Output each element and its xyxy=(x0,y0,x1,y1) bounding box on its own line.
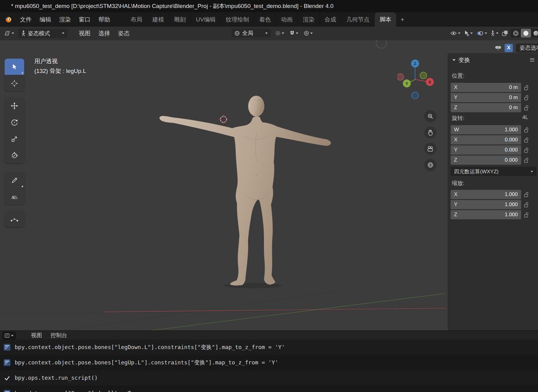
tab-texture-paint[interactable]: 纹理绘制 xyxy=(221,12,254,27)
info-editor-type-dropdown[interactable] xyxy=(2,332,16,340)
sidebar-panel: 变换 位置: X 0 m Y 0 m Z xyxy=(448,53,538,330)
panel-options-icon[interactable] xyxy=(530,57,534,62)
camera-view-button[interactable] xyxy=(424,143,437,155)
gizmos-dropdown[interactable] xyxy=(463,29,474,37)
proportional-editing-toggle[interactable] xyxy=(303,29,314,37)
lock-icon[interactable] xyxy=(524,192,529,198)
menu-edit[interactable]: 编辑 xyxy=(36,12,55,27)
topbar: 文件 编辑 渲染 窗口 帮助 布局 建模 雕刻 UV编辑 纹理绘制 着色 动画 … xyxy=(0,12,538,27)
tool-rotate[interactable] xyxy=(5,114,24,130)
shading-material-button[interactable] xyxy=(531,29,538,37)
report-icon xyxy=(4,359,10,366)
scale-z-field[interactable]: Z 1.000 xyxy=(451,210,521,219)
gizmo-neg-x-ball[interactable] xyxy=(397,74,404,80)
log-row[interactable]: bpy.data.scenes["Scene"].(null) = True xyxy=(0,386,538,392)
rotation-z-field[interactable]: Z 0.000 xyxy=(451,156,521,165)
shading-wireframe-button[interactable] xyxy=(511,29,521,37)
tool-select-box[interactable] xyxy=(5,59,24,75)
tab-shading[interactable]: 着色 xyxy=(254,12,276,27)
tab-uv-editing[interactable]: UV编辑 xyxy=(191,12,221,27)
workspace-tabs: 布局 建模 雕刻 UV编辑 纹理绘制 着色 动画 渲染 合成 几何节点 脚本 + xyxy=(126,12,409,27)
lock-icon[interactable] xyxy=(524,212,529,218)
lock-icon[interactable] xyxy=(524,127,529,133)
tool-cursor[interactable] xyxy=(5,75,24,91)
pose-options-dropdown[interactable]: 姿态选项 xyxy=(516,44,538,52)
log-row[interactable]: bpy.context.object.pose.bones["legUp.L"]… xyxy=(0,355,538,370)
lock-icon[interactable] xyxy=(524,147,529,153)
viewport-menu-select[interactable]: 选择 xyxy=(94,27,114,40)
navigation-gizmo[interactable]: Z X Y xyxy=(397,57,434,100)
tool-move[interactable] xyxy=(5,98,24,114)
location-y-field[interactable]: Y 0 m xyxy=(451,93,521,102)
rotation-label: 旋转: xyxy=(452,114,464,122)
mirror-x-toggle[interactable]: X xyxy=(505,44,513,52)
location-x-field[interactable]: X 0 m xyxy=(451,83,521,92)
gizmo-neg-z-ball[interactable] xyxy=(412,92,418,99)
lock-icon[interactable] xyxy=(524,85,529,90)
pose-display-dropdown[interactable] xyxy=(490,29,499,37)
menu-help[interactable]: 帮助 xyxy=(94,12,114,27)
window-titlebar[interactable]: * mpu6050_test_demo [D:\project\STM32\HA… xyxy=(0,0,538,12)
viewport-menu-pose[interactable]: 姿态 xyxy=(114,27,134,40)
rotation-w-field[interactable]: W 1.000 xyxy=(451,125,521,134)
rotation-y-field[interactable]: Y 0.000 xyxy=(451,145,521,155)
pivot-point-dropdown[interactable] xyxy=(274,29,285,37)
xray-toggle[interactable] xyxy=(501,29,509,37)
tab-animation[interactable]: 动画 xyxy=(276,12,298,27)
rotation-mode-badge[interactable]: 4L xyxy=(522,114,528,121)
location-z-field[interactable]: Z 0 m xyxy=(451,103,521,112)
gizmo-neg-y-ball[interactable] xyxy=(420,72,427,79)
log-row[interactable]: bpy.context.object.pose.bones["legDown.L… xyxy=(0,340,538,355)
lock-icon[interactable] xyxy=(524,157,529,163)
tab-modeling[interactable]: 建模 xyxy=(147,12,169,27)
zoom-button[interactable] xyxy=(424,110,437,122)
tab-geometry-nodes[interactable]: 几何节点 xyxy=(341,12,375,27)
lock-icon[interactable] xyxy=(524,105,529,111)
shading-solid-button[interactable] xyxy=(521,29,531,37)
add-workspace-button[interactable]: + xyxy=(396,12,408,27)
object-visibility-dropdown[interactable] xyxy=(449,29,461,37)
lock-icon[interactable] xyxy=(524,137,529,143)
transform-orientation-dropdown[interactable]: 全局 xyxy=(231,29,271,37)
tool-scale[interactable] xyxy=(5,131,24,147)
rotation-mode-dropdown[interactable]: 四元数运算(WXYZ) xyxy=(451,167,536,176)
snap-toggle[interactable] xyxy=(289,29,299,37)
pivot-point-icon xyxy=(275,31,280,36)
log-row[interactable]: bpy.ops.text.run_script() xyxy=(0,370,538,386)
blender-logo-icon[interactable] xyxy=(4,15,12,23)
menu-render[interactable]: 渲染 xyxy=(55,12,75,27)
pan-button[interactable] xyxy=(424,126,437,139)
lock-icon[interactable] xyxy=(524,202,529,208)
lock-icon[interactable] xyxy=(524,95,529,101)
rotation-x-field[interactable]: X 0.000 xyxy=(451,135,521,144)
info-log: bpy.context.object.pose.bones["legDown.L… xyxy=(0,340,538,392)
tab-rendering[interactable]: 渲染 xyxy=(298,12,319,27)
transform-panel-header[interactable]: 变换 xyxy=(452,56,470,64)
editor-type-dropdown[interactable] xyxy=(3,29,15,37)
tool-transform[interactable] xyxy=(5,147,24,163)
tab-scripting[interactable]: 脚本 xyxy=(375,12,396,27)
menu-window[interactable]: 窗口 xyxy=(75,12,94,27)
human-mesh[interactable] xyxy=(159,96,331,286)
scale-x-field[interactable]: X 1.000 xyxy=(451,190,521,199)
orientation-label: 全局 xyxy=(242,29,263,37)
menu-file[interactable]: 文件 xyxy=(16,12,36,27)
mode-selector-dropdown[interactable]: 姿态模式 xyxy=(18,29,67,38)
viewport-menu-view[interactable]: 视图 xyxy=(75,27,94,40)
light-object[interactable] xyxy=(376,40,387,48)
tab-compositing[interactable]: 合成 xyxy=(319,12,341,27)
3d-viewport[interactable]: 用户透视 (132) 骨架 : legUp.L xyxy=(0,40,538,330)
perspective-toggle-button[interactable] xyxy=(424,159,437,171)
info-menu-console[interactable]: 控制台 xyxy=(47,331,71,340)
info-menu-view[interactable]: 视图 xyxy=(27,331,46,340)
scale-y-field[interactable]: Y 1.000 xyxy=(451,200,521,209)
tool-measure[interactable] xyxy=(5,189,24,205)
chevron-down-icon xyxy=(531,171,533,172)
tab-sculpting[interactable]: 雕刻 xyxy=(169,12,191,27)
tab-layout[interactable]: 布局 xyxy=(126,12,147,27)
viewport-editor-icon xyxy=(4,31,10,36)
tool-pose-breakdowner[interactable] xyxy=(5,211,24,227)
overlays-dropdown[interactable] xyxy=(475,29,488,37)
tool-annotate[interactable] xyxy=(5,172,24,188)
3d-cursor[interactable] xyxy=(219,115,228,124)
